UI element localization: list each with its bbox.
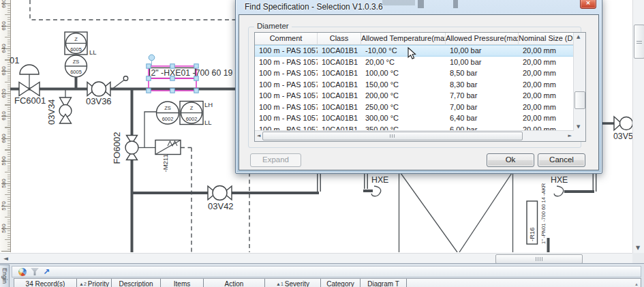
selected-pipe-tag[interactable]: 2" -HXE01 -700 60 19 - — [147, 55, 238, 93]
cell-pressure: 10,00 bar — [446, 57, 519, 68]
column-header-description[interactable]: Description — [112, 279, 161, 287]
ok-button[interactable]: Ok — [487, 153, 534, 167]
dashed-signal-line — [181, 148, 191, 253]
cell-nominal-size: 20,00 mm — [519, 57, 574, 68]
cell-pressure: 7,70 bar — [446, 90, 519, 102]
rotation-handle[interactable] — [149, 55, 155, 61]
expand-button[interactable]: Expand — [250, 153, 301, 167]
instrument-function-label: Z — [74, 36, 78, 42]
sphere-icon[interactable] — [18, 268, 27, 276]
cell-pressure: 10,00 bar — [446, 45, 519, 57]
table-vertical-scrollbar[interactable]: ▲ ▼ — [573, 33, 585, 131]
cell-class: 10CA01B1 — [318, 102, 361, 113]
vertical-scroll-thumb[interactable] — [634, 25, 644, 59]
bottom-toolbar: ↗ — [12, 266, 641, 277]
cell-nominal-size: 20,00 mm — [519, 90, 574, 102]
valve-03v42[interactable]: 03V42 — [208, 186, 234, 212]
engineering-panel-tab[interactable]: Engin — [0, 265, 10, 287]
cell-class: 10CA01B1 — [318, 112, 361, 124]
dialog-title: Find Specification - Selection V1.0.3.6 — [245, 2, 383, 12]
cell-temperature: -10,00 °C — [361, 45, 446, 57]
column-header-items[interactable]: Items — [161, 279, 204, 287]
column-header-category[interactable]: Category — [321, 279, 361, 287]
line-tag-r16[interactable]: -R16 1" -PN01 -700 60 14 -AKR — [527, 183, 549, 252]
valve-tag-label: 03V42 — [208, 201, 234, 211]
table-row[interactable]: 100 m - PAS 1057 10CA01B1 100,00 °C 8,50… — [255, 67, 574, 79]
titlebar-glass-artifact — [382, 0, 415, 5]
table-row[interactable]: 100 m - PAS 1057 10CA01B1 200,00 °C 7,70… — [255, 90, 574, 102]
valve-03v34[interactable]: 03V34 — [46, 90, 72, 125]
mini-scroll-icon[interactable]: ▲ — [634, 282, 639, 286]
instrument-function-label: ZS — [164, 105, 171, 111]
column-header-temperature[interactable]: Allowed Temperature(max) — [361, 33, 446, 45]
column-header-diagram-type[interactable]: Diagram T — [361, 279, 407, 287]
cell-pressure: 6,40 bar — [446, 112, 519, 124]
canvas-vertical-scrollbar[interactable]: ▼ — [632, 0, 644, 253]
scroll-right-icon[interactable]: ► — [568, 133, 572, 138]
instrument-zs6002[interactable]: ZS 6002 — [157, 102, 179, 124]
valve-fo6002[interactable]: FO6002 — [112, 132, 138, 164]
instrument-z6005[interactable]: Z 6005 LL — [65, 32, 97, 56]
control-valve-fc6001[interactable]: FC6001 — [14, 65, 46, 106]
table-vscroll-thumb[interactable] — [574, 91, 585, 109]
application-window: { "dialog": { "title": "Find Specificati… — [0, 0, 644, 287]
specification-table[interactable]: Comment Class Allowed Temperature(max) A… — [254, 32, 586, 142]
scroll-up-icon[interactable]: ▲ — [577, 34, 580, 40]
instrument-number-label: 6005 — [70, 69, 82, 75]
column-header-comment[interactable]: Comment — [255, 33, 318, 45]
pipe-spec-label: 1" -PN01 -700 60 14 -AKR — [540, 183, 547, 244]
titlebar-glass-artifact — [453, 0, 458, 8]
table-row[interactable]: 100 m - PAS 1057 10CA01B1 250,00 °C 7,00… — [255, 102, 574, 113]
instrument-z6002[interactable]: Z 6002 LH LL — [180, 101, 213, 126]
header-filler: ▲ — [407, 279, 641, 287]
goto-arrow-icon[interactable]: ↗ — [43, 268, 50, 276]
instrument-zs6005[interactable]: ZS 6005 — [65, 55, 87, 88]
canvas-horizontal-scrollbar[interactable]: ◄ — [0, 253, 632, 264]
filter-icon[interactable] — [31, 268, 39, 275]
groupbox-label: Diameter — [254, 22, 292, 30]
line-tag-label: -R16 — [528, 227, 536, 241]
instrument-number-label: 6002 — [162, 116, 174, 122]
cell-comment: 100 m - PAS 1057 — [255, 45, 318, 57]
column-header-severity[interactable]: ▲1 Severity — [265, 279, 321, 287]
cell-comment: 100 m - PAS 1057 — [255, 57, 318, 68]
dashed-boundary — [30, 0, 240, 20]
cell-class: 10CA01B1 — [318, 45, 361, 57]
find-specification-dialog[interactable]: Find Specification - Selection V1.0.3.6 … — [235, 0, 602, 174]
scroll-left-icon[interactable]: ◄ — [3, 255, 8, 262]
scrollbar-corner — [632, 253, 644, 263]
records-grid-header: 34 Record(s) ▲2 Priority Description Ite… — [14, 278, 641, 287]
table-hscroll-thumb[interactable] — [262, 132, 523, 140]
table-horizontal-scrollbar[interactable]: ◄ ► — [255, 130, 574, 141]
scroll-left-icon[interactable]: ◄ — [257, 133, 260, 138]
horizontal-scroll-thumb[interactable] — [495, 254, 583, 264]
cancel-button[interactable]: Cancel — [538, 153, 585, 167]
cell-pressure: 8,50 bar — [446, 67, 519, 79]
cell-temperature: 200,00 °C — [361, 90, 446, 102]
table-header-row: Comment Class Allowed Temperature(max) A… — [255, 33, 574, 45]
scroll-down-icon[interactable]: ▼ — [636, 245, 640, 251]
cell-comment: 100 m - PAS 1057 — [255, 102, 318, 113]
connector-hxe-left: HXE — [371, 175, 388, 196]
column-header-class[interactable]: Class — [318, 33, 361, 45]
cell-nominal-size: 20,00 mm — [519, 67, 574, 79]
cell-pressure: 7,00 bar — [446, 102, 519, 113]
column-header-action[interactable]: Action — [204, 279, 265, 287]
cell-temperature: 20,00 °C — [361, 57, 446, 68]
bottom-panel: Engin ↗ 34 Record(s) ▲2 Priority Descrip… — [0, 263, 644, 287]
valve-03v36[interactable]: 03V36 — [86, 82, 112, 106]
close-button[interactable]: × — [580, 0, 596, 9]
diameter-groupbox: Diameter Comment Class Allowed Temperatu… — [248, 27, 581, 148]
valve-tag-label: 03V36 — [86, 96, 112, 106]
table-row[interactable]: 100 m - PAS 1057 10CA01B1 300,00 °C 6,40… — [255, 112, 574, 124]
cell-nominal-size: 20,00 mm — [519, 112, 574, 124]
table-row[interactable]: 100 m - PAS 1057 10CA01B1 150,00 °C 8,30… — [255, 79, 574, 91]
cell-class: 10CA01B1 — [318, 79, 361, 91]
vent-symbol — [113, 76, 128, 89]
column-header-nominal-size[interactable]: Nominal Size (DN) — [519, 33, 574, 45]
column-header-records[interactable]: 34 Record(s) — [14, 279, 77, 287]
scroll-down-icon[interactable]: ▼ — [577, 124, 580, 130]
column-header-priority[interactable]: ▲2 Priority — [77, 279, 112, 287]
column-header-pressure[interactable]: Allowed Pressure(max) — [446, 33, 519, 45]
mouse-cursor — [408, 47, 420, 61]
